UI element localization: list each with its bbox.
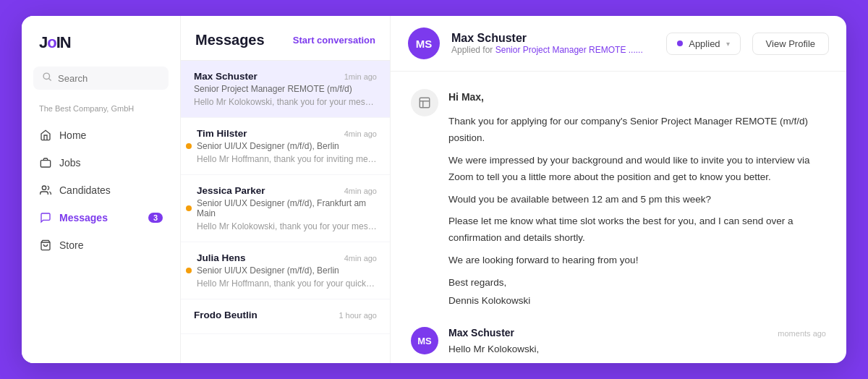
unread-dot xyxy=(186,205,192,211)
sidebar-item-home[interactable]: Home xyxy=(22,122,180,149)
candidate-avatar: MS xyxy=(408,27,440,59)
messages-icon xyxy=(39,211,52,224)
logo: JoIN xyxy=(22,33,180,67)
conv-name: Max Schuster xyxy=(194,71,258,82)
sidebar-item-store[interactable]: Store xyxy=(22,231,180,259)
company-message-body: Hi Max, Thank you for applying for our c… xyxy=(448,89,826,310)
svg-rect-5 xyxy=(420,98,430,108)
chat-header-info: Max Schuster Applied for Senior Project … xyxy=(451,32,655,55)
conv-role: Senior UI/UX Designer (m/f/d), Frankfurt… xyxy=(197,198,377,218)
conv-time: 4min ago xyxy=(344,187,377,195)
messages-list: Messages Start conversation Max Schuster… xyxy=(181,16,391,363)
conv-role: Senior Project Manager REMOTE (m/f/d) xyxy=(194,84,377,94)
messages-header: Messages Start conversation xyxy=(181,16,390,61)
reply-body: Hello Mr Kolokowski, Thank you for your … xyxy=(448,341,826,363)
company-avatar-icon xyxy=(418,96,431,109)
status-label: Applied xyxy=(689,38,720,49)
chat-candidate-role: Applied for Senior Project Manager REMOT… xyxy=(451,45,655,55)
conv-preview: Hello Mr Kolokowski, thank you for your … xyxy=(194,97,377,107)
chat-messages: Hi Max, Thank you for applying for our c… xyxy=(391,72,846,363)
conv-name: Julia Hens xyxy=(197,252,246,263)
chat-candidate-name: Max Schuster xyxy=(451,32,655,45)
chat-header: MS Max Schuster Applied for Senior Proje… xyxy=(391,16,846,72)
conv-time: 1 hour ago xyxy=(339,311,377,320)
jobs-icon xyxy=(39,156,52,169)
app-container: JoIN The Best Company, GmbH Home xyxy=(22,16,846,363)
sidebar-item-jobs[interactable]: Jobs xyxy=(22,149,180,176)
nav-label-home: Home xyxy=(59,129,86,141)
nav-label-store: Store xyxy=(59,239,83,251)
company-label: The Best Company, GmbH xyxy=(22,101,180,122)
chat-area: MS Max Schuster Applied for Senior Proje… xyxy=(391,16,846,363)
messages-title: Messages xyxy=(195,32,265,48)
conversation-item[interactable]: Tim Hilster 4min ago Senior UI/UX Design… xyxy=(181,118,390,175)
conv-name: Jessica Parker xyxy=(197,185,265,196)
conversation-item[interactable]: Jessica Parker 4min ago Senior UI/UX Des… xyxy=(181,175,390,242)
reply-avatar-initials: MS xyxy=(417,336,432,346)
conv-time: 4min ago xyxy=(344,254,377,263)
job-title-link[interactable]: Senior Project Manager REMOTE ...... xyxy=(495,45,643,55)
home-icon xyxy=(39,129,52,142)
conversation-item[interactable]: Max Schuster 1min ago Senior Project Man… xyxy=(181,61,390,118)
conversation-item[interactable]: Frodo Beutlin 1 hour ago xyxy=(181,299,390,334)
company-message: Hi Max, Thank you for applying for our c… xyxy=(411,89,826,310)
search-icon xyxy=(42,72,52,85)
unread-dot xyxy=(186,143,192,149)
messages-badge: 3 xyxy=(148,213,163,223)
reply-sender-name: Max Schuster xyxy=(448,327,514,338)
svg-point-3 xyxy=(42,186,46,190)
search-box[interactable] xyxy=(33,67,169,90)
conv-preview: Hello Mr Kolokowski, thank you for your … xyxy=(197,221,377,231)
unread-dot xyxy=(186,268,192,273)
candidate-message-content: Max Schuster moments ago Hello Mr Koloko… xyxy=(448,327,826,363)
status-dropdown[interactable]: Applied ▾ xyxy=(666,33,740,55)
nav-label-jobs: Jobs xyxy=(59,157,81,169)
conv-role: Senior UI/UX Designer (m/f/d), Berlin xyxy=(197,141,377,151)
sidebar-item-messages[interactable]: Messages 3 xyxy=(22,204,180,231)
store-icon xyxy=(39,239,52,252)
avatar-initials: MS xyxy=(416,38,433,50)
chevron-down-icon: ▾ xyxy=(726,40,730,48)
sidebar-item-candidates[interactable]: Candidates xyxy=(22,176,180,204)
svg-point-0 xyxy=(43,73,49,79)
candidates-icon xyxy=(39,184,52,197)
conv-preview: Hello Mr Hoffmann, thank you for your qu… xyxy=(197,278,377,289)
conv-name: Frodo Beutlin xyxy=(194,310,258,320)
conversation-list: Max Schuster 1min ago Senior Project Man… xyxy=(181,61,390,363)
conv-time: 1min ago xyxy=(344,72,377,81)
search-input[interactable] xyxy=(58,73,160,84)
conversation-item[interactable]: Julia Hens 4min ago Senior UI/UX Designe… xyxy=(181,242,390,299)
start-conversation-button[interactable]: Start conversation xyxy=(293,35,375,46)
reply-time: moments ago xyxy=(778,329,826,338)
conv-time: 4min ago xyxy=(344,129,377,138)
conv-role: Senior UI/UX Designer (m/f/d), Berlin xyxy=(197,265,377,276)
conv-name: Tim Hilster xyxy=(197,128,247,139)
svg-line-1 xyxy=(48,78,51,80)
nav-label-candidates: Candidates xyxy=(59,184,111,196)
sidebar: JoIN The Best Company, GmbH Home xyxy=(22,16,181,363)
candidate-message: MS Max Schuster moments ago Hello Mr Kol… xyxy=(411,327,826,363)
conv-preview: Hello Mr Hoffmann, thank you for invitin… xyxy=(197,154,377,164)
view-profile-button[interactable]: View Profile xyxy=(752,33,829,55)
candidate-reply-avatar: MS xyxy=(411,327,438,354)
status-dot xyxy=(677,41,683,46)
nav-label-messages: Messages xyxy=(59,212,108,223)
svg-rect-2 xyxy=(41,161,50,167)
